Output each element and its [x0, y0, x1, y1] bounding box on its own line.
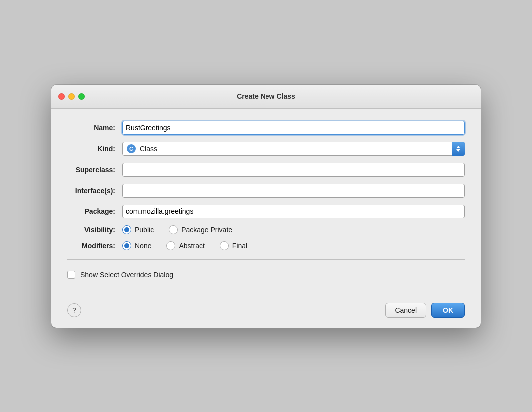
- modifiers-radio-group: None Abstract Final: [122, 241, 465, 250]
- package-row: Package:: [67, 205, 465, 218]
- modifiers-final-radio[interactable]: [220, 241, 229, 250]
- kind-select-display[interactable]: C Class: [122, 142, 465, 156]
- package-label: Package:: [67, 207, 122, 215]
- interfaces-label: Interface(s):: [67, 187, 122, 195]
- visibility-radio-group: Public Package Private: [122, 225, 465, 234]
- modifiers-none-label: None: [135, 242, 151, 250]
- interfaces-input[interactable]: [122, 184, 465, 198]
- visibility-row: Visibility: Public Package Private: [67, 225, 465, 234]
- close-button[interactable]: [58, 93, 65, 100]
- checkbox-row: Show Select Overrides Dialog: [67, 269, 465, 287]
- spinner-up-icon: [456, 146, 460, 148]
- modifiers-final-label: Final: [232, 242, 247, 250]
- show-overrides-label: Show Select Overrides Dialog: [80, 271, 173, 279]
- cancel-button[interactable]: Cancel: [385, 303, 426, 318]
- modifiers-abstract-label: Abstract: [179, 242, 204, 250]
- maximize-button[interactable]: [78, 93, 85, 100]
- visibility-public-radio[interactable]: [122, 225, 131, 234]
- traffic-lights: [58, 93, 85, 100]
- modifiers-none-radio[interactable]: [122, 241, 131, 250]
- show-overrides-checkbox[interactable]: [67, 271, 75, 279]
- visibility-package-private-radio[interactable]: [169, 225, 178, 234]
- visibility-package-private-label: Package Private: [181, 226, 232, 234]
- footer: ? Cancel OK: [51, 297, 481, 328]
- kind-select-text: Class: [140, 145, 157, 153]
- modifiers-row: Modifiers: None Abstract Final: [67, 241, 465, 250]
- visibility-public-label: Public: [135, 226, 154, 234]
- minimize-button[interactable]: [68, 93, 75, 100]
- name-input[interactable]: [122, 121, 465, 135]
- kind-select-wrapper: C Class: [122, 142, 465, 156]
- modifiers-abstract-radio[interactable]: [166, 241, 175, 250]
- superclass-row: Superclass:: [67, 163, 465, 177]
- package-input[interactable]: [122, 205, 465, 218]
- dialog-body: Name: Kind: C Class Superclass:: [51, 109, 481, 297]
- kind-spinner[interactable]: [452, 142, 465, 156]
- kind-class-icon: C: [127, 144, 136, 153]
- kind-label: Kind:: [67, 145, 122, 153]
- visibility-package-private-option[interactable]: Package Private: [169, 225, 232, 234]
- help-button[interactable]: ?: [67, 303, 81, 317]
- superclass-label: Superclass:: [67, 166, 122, 174]
- modifiers-final-option[interactable]: Final: [220, 241, 247, 250]
- modifiers-label: Modifiers:: [67, 242, 122, 250]
- window-title: Create New Class: [237, 92, 295, 100]
- dialog-window: Create New Class Name: Kind: C Class: [51, 85, 481, 328]
- visibility-label: Visibility:: [67, 226, 122, 234]
- modifiers-abstract-option[interactable]: Abstract: [166, 241, 204, 250]
- name-row: Name:: [67, 121, 465, 135]
- modifiers-none-option[interactable]: None: [122, 241, 151, 250]
- interfaces-row: Interface(s):: [67, 184, 465, 198]
- ok-button[interactable]: OK: [431, 303, 465, 318]
- titlebar: Create New Class: [51, 85, 481, 109]
- superclass-input[interactable]: [122, 163, 465, 177]
- spinner-down-icon: [456, 149, 460, 152]
- footer-buttons: Cancel OK: [385, 303, 465, 318]
- visibility-public-option[interactable]: Public: [122, 225, 154, 234]
- name-label: Name:: [67, 124, 122, 132]
- divider: [67, 259, 465, 260]
- kind-row: Kind: C Class: [67, 142, 465, 156]
